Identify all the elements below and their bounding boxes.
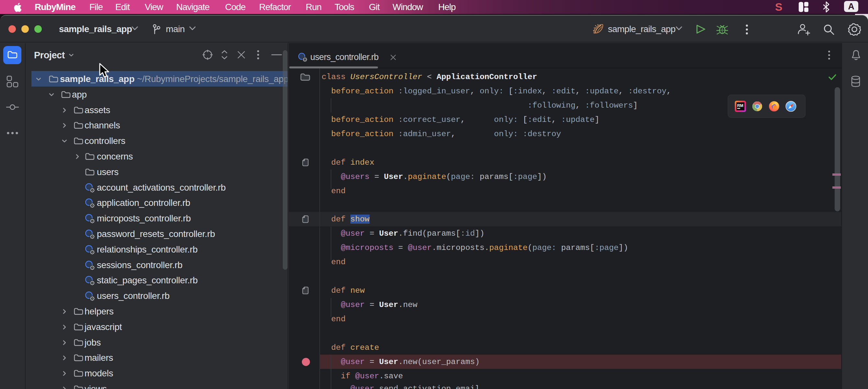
svg-text:RM: RM <box>737 104 743 108</box>
